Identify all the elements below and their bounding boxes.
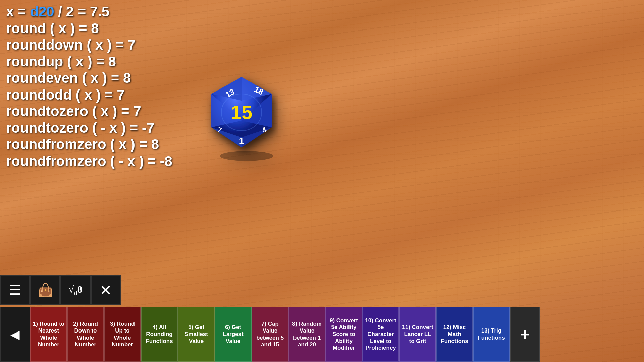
menu-icon: ☰ — [9, 282, 21, 298]
fn-ability-label: 9) Convert 5e Ability Score to Ability M… — [327, 317, 360, 352]
bag-icon: 👜 — [38, 283, 53, 297]
fn-random-button[interactable]: 8) Random Value between 1 and 20 — [288, 307, 325, 362]
icon-row: ☰ 👜 √d8 ✕ — [0, 275, 644, 307]
arrow-left-icon: ◀ — [10, 327, 20, 342]
math-line-1: x = d20 / 2 = 7.5 — [6, 3, 172, 20]
fn-round-nearest-label: 1) Round to Nearest Whole Number — [32, 321, 65, 348]
math-line-6: roundodd ( x ) = 7 — [6, 86, 172, 103]
fn-random-label: 8) Random Value between 1 and 20 — [290, 321, 323, 348]
math-line-9: roundfromzero ( x ) = 8 — [6, 136, 172, 153]
plus-icon: + — [520, 325, 530, 344]
fn-proficiency-button[interactable]: 10) Convert 5e Character Level to Profic… — [362, 307, 399, 362]
function-row: ◀ 1) Round to Nearest Whole Number 2) Ro… — [0, 307, 644, 362]
dice: 15 13 18 1 7 4 — [195, 67, 288, 161]
scroll-left-button[interactable]: ◀ — [0, 307, 30, 362]
add-function-button[interactable]: + — [510, 307, 540, 362]
math-line-5: roundeven ( x ) = 8 — [6, 70, 172, 86]
fn-ability-button[interactable]: 9) Convert 5e Ability Score to Ability M… — [325, 307, 362, 362]
fn-round-down-button[interactable]: 2) Round Down to Whole Number — [67, 307, 104, 362]
bag-button[interactable]: 👜 — [30, 275, 60, 305]
math-line-2: round ( x ) = 8 — [6, 20, 172, 37]
fn-all-rounding-label: 4) All Rounding Functions — [143, 324, 176, 345]
fn-round-up-button[interactable]: 3) Round Up to Whole Number — [104, 307, 141, 362]
svg-text:1: 1 — [239, 136, 244, 146]
math-line-3: rounddown ( x ) = 7 — [6, 37, 172, 53]
close-icon: ✕ — [100, 282, 112, 299]
fn-proficiency-label: 10) Convert 5e Character Level to Profic… — [364, 317, 397, 352]
math-line-7: roundtozero ( x ) = 7 — [6, 103, 172, 120]
sqrt-icon: √d8 — [68, 284, 82, 297]
math-line-4: roundup ( x ) = 8 — [6, 53, 172, 70]
fn-misc-button[interactable]: 12) Misc Math Functions — [436, 307, 473, 362]
fn-trig-label: 13) Trig Functions — [475, 327, 508, 341]
close-button[interactable]: ✕ — [91, 275, 121, 305]
fn-largest-button[interactable]: 6) Get Largest Value — [215, 307, 252, 362]
fn-largest-label: 6) Get Largest Value — [217, 324, 250, 345]
svg-point-14 — [220, 151, 273, 161]
math-display: x = d20 / 2 = 7.5 round ( x ) = 8 roundd… — [0, 0, 178, 173]
bottom-bar: ☰ 👜 √d8 ✕ ◀ 1) Round to Nearest Whole Nu… — [0, 275, 644, 362]
fn-round-nearest-button[interactable]: 1) Round to Nearest Whole Number — [30, 307, 67, 362]
fn-misc-label: 12) Misc Math Functions — [438, 324, 471, 345]
fn-all-rounding-button[interactable]: 4) All Rounding Functions — [141, 307, 178, 362]
fn-round-up-label: 3) Round Up to Whole Number — [106, 321, 139, 348]
fn-round-down-label: 2) Round Down to Whole Number — [69, 321, 102, 348]
fn-lancer-label: 11) Convert Lancer LL to Grit — [401, 324, 434, 345]
math-line-10: roundfromzero ( - x ) = -8 — [6, 153, 172, 170]
fn-lancer-button[interactable]: 11) Convert Lancer LL to Grit — [399, 307, 436, 362]
fn-smallest-button[interactable]: 5) Get Smallest Value — [178, 307, 215, 362]
fn-cap-button[interactable]: 7) Cap Value between 5 and 15 — [252, 307, 288, 362]
fn-cap-label: 7) Cap Value between 5 and 15 — [254, 321, 286, 348]
math-line-8: roundtozero ( - x ) = -7 — [6, 120, 172, 136]
fn-trig-button[interactable]: 13) Trig Functions — [473, 307, 510, 362]
fn-smallest-label: 5) Get Smallest Value — [180, 324, 213, 345]
svg-text:15: 15 — [231, 101, 253, 123]
menu-button[interactable]: ☰ — [0, 275, 30, 305]
sqrt-button[interactable]: √d8 — [60, 275, 91, 305]
